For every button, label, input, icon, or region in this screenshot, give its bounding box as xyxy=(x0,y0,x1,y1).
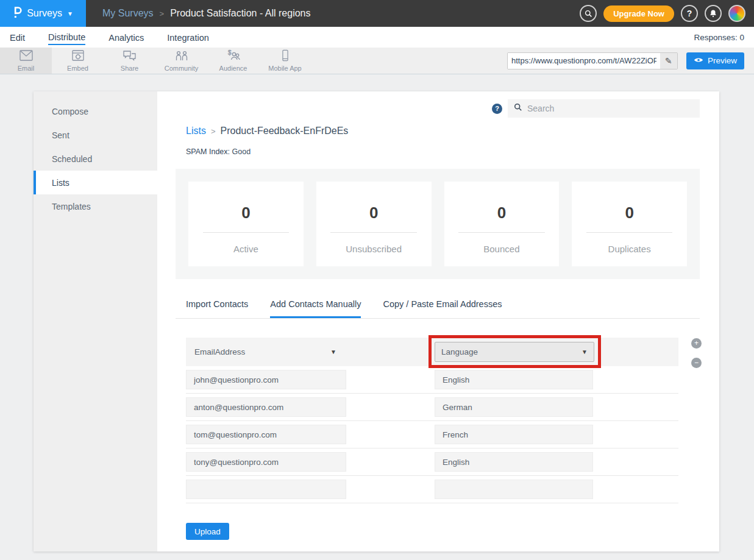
tab-analytics[interactable]: Analytics xyxy=(108,30,144,44)
language-input[interactable] xyxy=(435,397,593,417)
upload-button[interactable]: Upload xyxy=(186,523,229,540)
row-controls: + − xyxy=(691,338,702,368)
language-column-select[interactable]: Language ▼ xyxy=(435,342,594,362)
contact-stats: 0 Active 0 Unsubscribed 0 Bounced 0 Dupl… xyxy=(176,169,700,279)
spam-index-value: Good xyxy=(232,147,251,156)
tab-edit[interactable]: Edit xyxy=(10,30,25,44)
breadcrumb-current: Product Satisfaction - All regions xyxy=(170,8,310,19)
contextual-help-icon[interactable]: ? xyxy=(492,104,502,114)
community-icon xyxy=(174,49,189,64)
spam-index: SPAM Index: Good xyxy=(186,147,700,156)
embed-icon xyxy=(71,49,85,64)
svg-text:$: $ xyxy=(228,49,232,56)
language-input[interactable] xyxy=(435,452,593,472)
sidebar-item-lists[interactable]: Lists xyxy=(34,171,157,194)
breadcrumb-separator: > xyxy=(160,9,165,18)
survey-url-input[interactable] xyxy=(508,53,660,69)
search-icon xyxy=(514,103,522,114)
language-input[interactable] xyxy=(435,370,593,389)
toolbar-item-mobile-app[interactable]: Mobile App xyxy=(259,48,311,74)
edit-url-icon[interactable]: ✎ xyxy=(660,53,677,69)
contact-row xyxy=(186,476,678,503)
contact-row xyxy=(186,448,678,476)
toolbar-item-community[interactable]: Community xyxy=(155,48,207,74)
contacts-search-box xyxy=(508,99,700,118)
distribute-toolbar: Email Embed Share Community $ Audience xyxy=(0,48,754,74)
tab-add-contacts-manually[interactable]: Add Contacts Manually xyxy=(270,299,361,318)
stat-card-bounced[interactable]: 0 Bounced xyxy=(444,182,560,266)
email-input[interactable] xyxy=(186,370,346,389)
contacts-tabs: Import Contacts Add Contacts Manually Co… xyxy=(176,299,700,319)
list-breadcrumb: Lists > Product-Feedback-EnFrDeEs xyxy=(186,126,700,136)
list-name: Product-Feedback-EnFrDeEs xyxy=(221,126,349,136)
tab-import-contacts[interactable]: Import Contacts xyxy=(186,299,248,318)
stat-card-unsubscribed[interactable]: 0 Unsubscribed xyxy=(316,182,432,266)
questionpro-logo-icon xyxy=(13,5,22,21)
lists-panel: Compose Sent Scheduled Lists Templates ?… xyxy=(34,91,719,551)
search-input[interactable] xyxy=(527,104,694,113)
email-column-select[interactable]: EmailAddress ▼ xyxy=(186,347,341,356)
manual-contacts-table: EmailAddress ▼ Language ▼ xyxy=(186,338,700,503)
global-search-button[interactable] xyxy=(580,5,597,22)
sidebar-item-templates[interactable]: Templates xyxy=(34,194,157,218)
stat-card-active[interactable]: 0 Active xyxy=(188,182,304,266)
survey-nav: Edit Distribute Analytics Integration Re… xyxy=(0,27,754,48)
avatar[interactable] xyxy=(728,5,745,22)
share-icon xyxy=(123,49,137,64)
email-input[interactable] xyxy=(186,480,346,499)
email-icon xyxy=(19,49,34,64)
stat-card-duplicates[interactable]: 0 Duplicates xyxy=(572,182,687,266)
toolbar-item-share[interactable]: Share xyxy=(104,48,155,74)
product-switcher[interactable]: Surveys ▼ xyxy=(0,0,86,27)
top-header: Surveys ▼ My Surveys > Product Satisfact… xyxy=(0,0,754,27)
email-sidebar: Compose Sent Scheduled Lists Templates xyxy=(34,91,157,551)
notifications-button[interactable] xyxy=(705,5,722,22)
contact-row xyxy=(186,366,678,394)
audience-icon: $ xyxy=(226,49,241,64)
preview-button[interactable]: Preview xyxy=(686,52,744,69)
toolbar-item-audience[interactable]: $ Audience xyxy=(207,48,259,74)
upgrade-now-button[interactable]: Upgrade Now xyxy=(603,5,674,22)
toolbar-item-email[interactable]: Email xyxy=(0,48,52,74)
sidebar-item-sent[interactable]: Sent xyxy=(34,123,157,147)
language-input[interactable] xyxy=(435,425,593,444)
toolbar-right: ✎ Preview xyxy=(507,48,754,74)
breadcrumb: My Surveys > Product Satisfaction - All … xyxy=(102,8,311,19)
page: Surveys ▼ My Surveys > Product Satisfact… xyxy=(0,0,754,560)
help-button[interactable]: ? xyxy=(681,5,698,22)
header-actions: Upgrade Now ? xyxy=(580,5,754,22)
breadcrumb-my-surveys[interactable]: My Surveys xyxy=(102,8,154,19)
sidebar-item-scheduled[interactable]: Scheduled xyxy=(34,147,157,171)
eye-icon xyxy=(694,56,703,65)
tab-copy-paste-email[interactable]: Copy / Paste Email Addresses xyxy=(383,299,502,318)
mobile-app-icon xyxy=(280,49,290,64)
survey-url-box: ✎ xyxy=(507,52,678,69)
add-row-button[interactable]: + xyxy=(691,338,702,349)
chevron-down-icon: ▼ xyxy=(67,10,73,17)
email-input[interactable] xyxy=(186,397,346,417)
tab-distribute[interactable]: Distribute xyxy=(48,30,85,45)
breadcrumb-lists-link[interactable]: Lists xyxy=(186,126,206,136)
sidebar-item-compose[interactable]: Compose xyxy=(34,99,157,123)
chevron-down-icon: ▼ xyxy=(582,349,588,355)
contact-row xyxy=(186,421,678,448)
product-label: Surveys xyxy=(27,8,62,19)
remove-row-button[interactable]: − xyxy=(691,358,702,368)
chevron-down-icon: ▼ xyxy=(330,349,336,355)
content-top-bar: ? xyxy=(176,99,700,118)
column-header-row: EmailAddress ▼ Language ▼ xyxy=(186,338,678,366)
spam-index-label: SPAM Index: xyxy=(186,147,230,156)
email-input[interactable] xyxy=(186,425,346,444)
toolbar-item-embed[interactable]: Embed xyxy=(52,48,104,74)
email-input[interactable] xyxy=(186,452,346,472)
list-detail-content: ? Lists > Product-Feedback-EnFrDeEs SPAM… xyxy=(157,91,719,551)
contact-row xyxy=(186,394,678,421)
tab-integration[interactable]: Integration xyxy=(167,30,209,44)
language-input[interactable] xyxy=(435,480,593,499)
responses-count[interactable]: Responses: 0 xyxy=(694,33,744,42)
breadcrumb-separator: > xyxy=(211,127,216,136)
